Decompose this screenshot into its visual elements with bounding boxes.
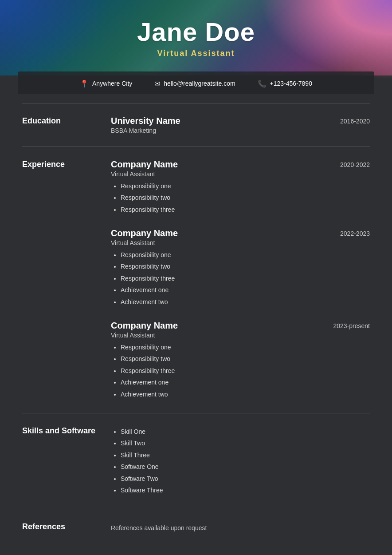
list-item: Software Two: [121, 473, 370, 485]
skills-label: Skills and Software: [22, 426, 102, 497]
experience-entry: Company NameVirtual AssistantResponsibil…: [111, 228, 370, 308]
contact-phone: 📞 +123-456-7890: [258, 79, 312, 88]
email-icon: ✉: [154, 79, 160, 88]
list-item: Responsibility two: [121, 261, 331, 273]
job-dates: 2022-2023: [340, 228, 370, 237]
list-item: Achievement one: [121, 377, 324, 388]
job-role: Virtual Assistant: [111, 332, 324, 339]
education-label: Education: [22, 116, 102, 134]
list-item: Skill Two: [121, 437, 370, 449]
list-item: Responsibility three: [121, 273, 331, 285]
list-item: Achievement one: [121, 284, 331, 296]
experience-label: Experience: [22, 159, 102, 400]
location-text: Anywhere City: [92, 80, 132, 87]
company-name: Company Name: [111, 228, 331, 238]
experience-entry-details: Company NameVirtual AssistantResponsibil…: [111, 159, 331, 216]
skills-list: Skill OneSkill TwoSkill ThreeSoftware On…: [111, 426, 370, 497]
list-item: Responsibility three: [121, 204, 331, 216]
university-name: University Name: [111, 116, 331, 126]
responsibility-list: Responsibility oneResponsibility twoResp…: [111, 341, 324, 400]
references-label: References: [22, 522, 102, 532]
job-role: Virtual Assistant: [111, 239, 331, 246]
candidate-title: Virtual Assistant: [27, 49, 365, 58]
education-details: University Name BSBA Marketing: [111, 116, 331, 134]
list-item: Achievement two: [121, 388, 324, 400]
list-item: Responsibility three: [121, 365, 324, 377]
degree: BSBA Marketing: [111, 127, 331, 134]
contact-email: ✉ hello@reallygreatsite.com: [154, 79, 235, 88]
responsibility-list: Responsibility oneResponsibility twoResp…: [111, 180, 331, 216]
education-dates: 2016-2020: [340, 116, 370, 125]
contact-bar: 📍 Anywhere City ✉ hello@reallygreatsite.…: [18, 71, 374, 94]
skills-section: Skills and Software Skill OneSkill TwoSk…: [22, 413, 370, 509]
references-section: References References available upon req…: [22, 509, 370, 544]
location-icon: 📍: [80, 79, 89, 88]
list-item: Skill Three: [121, 449, 370, 461]
experience-section: Experience Company NameVirtual Assistant…: [22, 147, 370, 413]
candidate-name: Jane Doe: [27, 18, 365, 46]
job-role: Virtual Assistant: [111, 170, 331, 178]
list-item: Responsibility one: [121, 180, 331, 192]
skills-body: Skill OneSkill TwoSkill ThreeSoftware On…: [111, 426, 370, 497]
company-name: Company Name: [111, 321, 324, 331]
responsibility-list: Responsibility oneResponsibility twoResp…: [111, 249, 331, 308]
references-body: References available upon request: [111, 522, 370, 532]
list-item: Responsibility two: [121, 192, 331, 204]
resume-header: Jane Doe Virtual Assistant: [0, 0, 392, 71]
list-item: Responsibility one: [121, 341, 324, 353]
references-text: References available upon request: [111, 522, 370, 531]
job-dates: 2020-2022: [340, 159, 370, 168]
contact-location: 📍 Anywhere City: [80, 79, 132, 88]
phone-icon: 📞: [258, 79, 267, 88]
education-body: University Name BSBA Marketing 2016-2020: [111, 116, 370, 134]
education-section: Education University Name BSBA Marketing…: [22, 103, 370, 147]
list-item: Software Three: [121, 484, 370, 496]
list-item: Achievement two: [121, 296, 331, 308]
email-text: hello@reallygreatsite.com: [164, 80, 235, 87]
company-name: Company Name: [111, 159, 331, 170]
list-item: Skill One: [121, 426, 370, 438]
list-item: Responsibility one: [121, 249, 331, 261]
experience-entry-details: Company NameVirtual AssistantResponsibil…: [111, 321, 324, 400]
experience-entry-details: Company NameVirtual AssistantResponsibil…: [111, 228, 331, 308]
experience-entry: Company NameVirtual AssistantResponsibil…: [111, 159, 370, 216]
job-dates: 2023-present: [333, 321, 370, 329]
main-content: Education University Name BSBA Marketing…: [0, 103, 392, 545]
education-entry: University Name BSBA Marketing 2016-2020: [111, 116, 370, 134]
list-item: Responsibility two: [121, 353, 324, 365]
phone-text: +123-456-7890: [270, 80, 312, 87]
experience-entry: Company NameVirtual AssistantResponsibil…: [111, 321, 370, 400]
list-item: Software One: [121, 461, 370, 473]
experience-body: Company NameVirtual AssistantResponsibil…: [111, 159, 370, 400]
